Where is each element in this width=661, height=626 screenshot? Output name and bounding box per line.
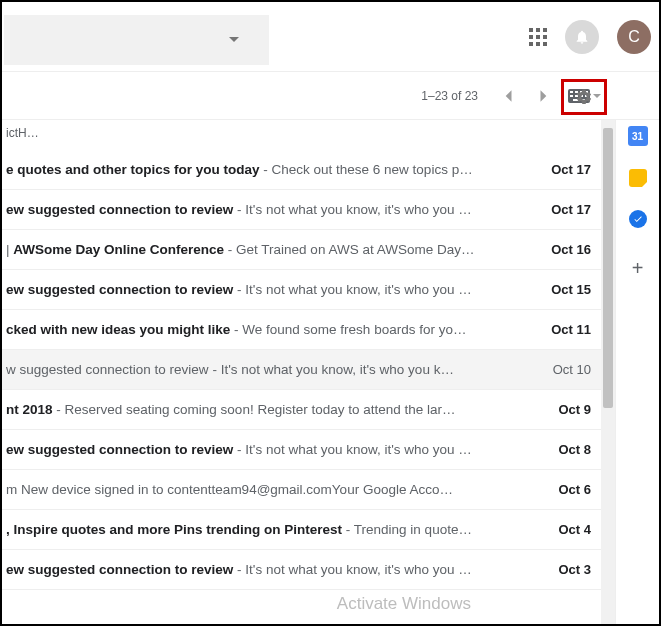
separator: - (233, 442, 245, 457)
mail-text: w suggested connection to review - It's … (6, 362, 525, 377)
chevron-right-icon (539, 89, 549, 103)
mail-date: Oct 17 (541, 202, 591, 217)
mail-text: ew suggested connection to review - It's… (6, 202, 525, 217)
mail-preview: It's not what you know, it's who you … (245, 282, 472, 297)
mail-date: Oct 17 (541, 162, 591, 177)
mail-row[interactable]: w suggested connection to review - It's … (2, 350, 601, 390)
separator: - (342, 522, 354, 537)
mail-date: Oct 15 (541, 282, 591, 297)
mail-text: , Inspire quotes and more Pins trending … (6, 522, 525, 537)
mail-list: ictH… e quotes and other topics for you … (2, 120, 601, 626)
mail-date: Oct 16 (541, 242, 591, 257)
watermark-text: Activate Windows (337, 594, 471, 614)
calendar-day: 31 (632, 131, 643, 142)
separator: - (233, 202, 245, 217)
mail-preview: It's not what you know, it's who you … (245, 202, 472, 217)
mail-preview: It's not what you know, it's who you … (245, 562, 472, 577)
mail-date: Oct 6 (541, 482, 591, 497)
scrollbar-thumb[interactable] (603, 128, 613, 408)
mail-text: e quotes and other topics for you today … (6, 162, 525, 177)
settings-button[interactable] (561, 79, 607, 115)
keep-icon[interactable] (628, 168, 648, 188)
mail-subject: e quotes and other topics for you today (6, 162, 260, 177)
gear-icon (575, 88, 593, 106)
mail-text: cked with new ideas you might like - We … (6, 322, 525, 337)
separator: - (224, 242, 236, 257)
header-actions: C (529, 20, 651, 54)
separator: - (233, 282, 245, 297)
add-addon-button[interactable]: + (628, 258, 648, 278)
mail-subject: , Inspire quotes and more Pins trending … (6, 522, 342, 537)
mail-row[interactable]: | AWSome Day Online Conference - Get Tra… (2, 230, 601, 270)
separator: - (260, 162, 272, 177)
avatar-initial: C (628, 28, 640, 46)
mail-subject: ew suggested connection to review (6, 202, 233, 217)
compose-dropdown[interactable] (4, 15, 269, 65)
mail-date: Oct 11 (541, 322, 591, 337)
mail-text: ew suggested connection to review - It's… (6, 442, 525, 457)
caret-down-icon (229, 37, 239, 42)
mail-row[interactable]: ew suggested connection to review - It's… (2, 190, 601, 230)
mail-text: m New device signed in to contentteam94@… (6, 482, 525, 497)
pager-count: 1–23 of 23 (421, 89, 478, 103)
mail-subject: AWSome Day Online Conference (13, 242, 224, 257)
mail-preview: We found some fresh boards for yo… (242, 322, 466, 337)
mail-text: nt 2018 - Reserved seating coming soon! … (6, 402, 525, 417)
prev-page-button[interactable] (496, 84, 520, 108)
mail-preview: m New device signed in to contentteam94@… (6, 482, 453, 497)
mail-row[interactable]: e quotes and other topics for you today … (2, 150, 601, 190)
mail-subject: nt 2018 (6, 402, 53, 417)
notifications-button[interactable] (565, 20, 599, 54)
mail-date: Oct 3 (541, 562, 591, 577)
mail-preview: It's not what you know, it's who you … (245, 442, 472, 457)
mail-preview: It's not what you know, it's who you k… (221, 362, 454, 377)
separator: - (53, 402, 65, 417)
mail-row[interactable]: , Inspire quotes and more Pins trending … (2, 510, 601, 550)
mail-subject: cked with new ideas you might like (6, 322, 230, 337)
mail-row[interactable]: m New device signed in to contentteam94@… (2, 470, 601, 510)
mail-preview: Check out these 6 new topics p… (272, 162, 473, 177)
separator: - (209, 362, 221, 377)
mail-subject: ew suggested connection to review (6, 442, 233, 457)
mail-text: | AWSome Day Online Conference - Get Tra… (6, 242, 525, 257)
next-page-button[interactable] (532, 84, 556, 108)
apps-icon[interactable] (529, 28, 547, 46)
mail-date: Oct 9 (541, 402, 591, 417)
account-avatar[interactable]: C (617, 20, 651, 54)
mail-date: Oct 4 (541, 522, 591, 537)
category-snippet: ictH… (2, 120, 601, 150)
toolbar: 1–23 of 23 (2, 72, 659, 120)
mail-text: ew suggested connection to review - It's… (6, 562, 525, 577)
mail-date: Oct 10 (541, 362, 591, 377)
tasks-icon[interactable] (629, 210, 647, 228)
check-icon (633, 214, 643, 224)
mail-subject: ew suggested connection to review (6, 282, 233, 297)
calendar-icon[interactable]: 31 (628, 126, 648, 146)
bell-icon (574, 29, 590, 45)
mail-preview: Reserved seating coming soon! Register t… (65, 402, 456, 417)
mail-row[interactable]: ew suggested connection to review - It's… (2, 270, 601, 310)
scrollbar[interactable] (601, 120, 615, 626)
separator: - (230, 322, 242, 337)
mail-text: ew suggested connection to review - It's… (6, 282, 525, 297)
mail-subject: ew suggested connection to review (6, 562, 233, 577)
separator: - (233, 562, 245, 577)
mail-row[interactable]: cked with new ideas you might like - We … (2, 310, 601, 350)
mail-subject: w suggested connection to review (6, 362, 209, 377)
header: C (2, 2, 659, 72)
chevron-left-icon (503, 89, 513, 103)
side-panel: 31 + (615, 120, 659, 626)
mail-date: Oct 8 (541, 442, 591, 457)
mail-preview: Trending in quote… (354, 522, 472, 537)
content-area: ictH… e quotes and other topics for you … (2, 120, 659, 626)
mail-row[interactable]: ew suggested connection to review - It's… (2, 430, 601, 470)
mail-row[interactable]: ew suggested connection to review - It's… (2, 550, 601, 590)
mail-preview: Get Trained on AWS at AWSome Day… (236, 242, 474, 257)
mail-row[interactable]: nt 2018 - Reserved seating coming soon! … (2, 390, 601, 430)
